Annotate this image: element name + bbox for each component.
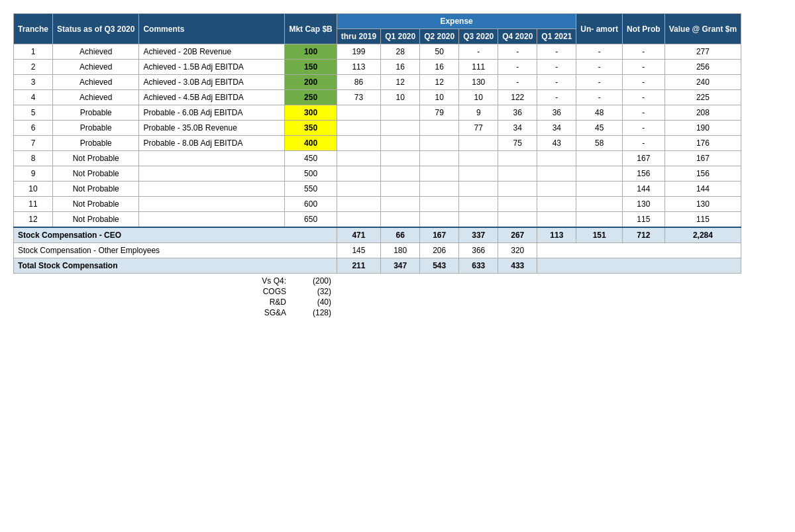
comments-cell [139,197,285,212]
status-cell: Probable [53,121,139,136]
ceo-q4-2020: 267 [498,227,537,243]
q2-2020-cell: 50 [420,44,459,60]
notprob-cell: 130 [623,197,665,212]
q3-2020-header: Q3 2020 [459,29,498,44]
ceo-q1-2021: 113 [537,227,576,243]
q2-2020-cell: 12 [420,75,459,90]
mktcap-cell: 150 [285,60,337,75]
q3-2020-cell [459,166,498,182]
q1-2020-cell [381,105,420,121]
q4-2020-header: Q4 2020 [498,29,537,44]
expense-header-row: Tranche Status as of Q3 2020 Comments Mk… [14,14,741,29]
value-cell: 208 [664,105,741,121]
thru2019-cell: 199 [337,44,380,60]
value-cell: 156 [664,166,741,182]
q3-2020-cell: 111 [459,60,498,75]
tranche-cell: 3 [14,75,53,90]
tranche-cell: 7 [14,136,53,151]
value-cell: 225 [664,90,741,105]
notprob-cell: - [623,44,665,60]
main-table: Tranche Status as of Q3 2020 Comments Mk… [13,13,741,274]
mktcap-cell: 450 [285,151,337,166]
status-cell: Achieved [53,44,139,60]
ceo-value: 2,284 [664,227,741,243]
mktcap-cell: 650 [285,212,337,228]
q2-2020-cell: 10 [420,90,459,105]
other-label: Stock Compensation - Other Employees [14,243,337,258]
comments-cell [139,182,285,197]
table-row: 11Not Probable600130130 [14,197,741,212]
q4-2020-cell [498,212,537,228]
q1-2021-cell: - [537,90,576,105]
value-cell: 144 [664,182,741,197]
tranche-cell: 10 [14,182,53,197]
thru2019-cell [337,182,380,197]
q1-2021-cell [537,151,576,166]
table-row: 3AchievedAchieved - 3.0B Adj EBITDA20086… [14,75,741,90]
table-row: 2AchievedAchieved - 1.5B Adj EBITDA15011… [14,60,741,75]
q1-2020-cell [381,182,420,197]
q1-2021-cell [537,212,576,228]
value-header: Value @ Grant $m [664,14,741,44]
table-row: 1AchievedAchieved - 20B Revenue100199285… [14,44,741,60]
unamort-cell [576,166,623,182]
q1-2021-cell: 43 [537,136,576,151]
unamort-cell [576,182,623,197]
rd-value: (40) [292,297,331,307]
value-cell: 256 [664,60,741,75]
other-q1-2020: 180 [381,243,420,258]
data-rows: 1AchievedAchieved - 20B Revenue100199285… [14,44,741,228]
notprob-cell: - [623,121,665,136]
thru2019-cell [337,105,380,121]
thru2019-cell: 86 [337,75,380,90]
mktcap-cell: 550 [285,182,337,197]
mktcap-cell: 300 [285,105,337,121]
other-q2-2020: 206 [420,243,459,258]
summary-rows: Stock Compensation - CEO 471 66 167 337 … [14,227,741,274]
q1-2021-cell: - [537,60,576,75]
rd-label: R&D [238,297,292,307]
sga-value: (128) [292,308,331,317]
status-cell: Not Probable [53,166,139,182]
thru2019-cell [337,166,380,182]
comments-cell [139,166,285,182]
total-q2-2020: 543 [420,258,459,274]
q2-2020-cell [420,212,459,228]
table-row: 6ProbableProbable - 35.0B Revenue3507734… [14,121,741,136]
thru2019-cell [337,212,380,228]
tranche-cell: 4 [14,90,53,105]
comments-cell: Achieved - 1.5B Adj EBITDA [139,60,285,75]
total-summary-row: Total Stock Compensation 211 347 543 633… [14,258,741,274]
q4-2020-cell: 122 [498,90,537,105]
tranche-cell: 11 [14,197,53,212]
q1-2020-cell: 12 [381,75,420,90]
q2-2020-cell [420,166,459,182]
total-thru2019: 211 [337,258,380,274]
thru2019-cell: 113 [337,60,380,75]
q4-2020-cell [498,151,537,166]
ceo-q3-2020: 337 [459,227,498,243]
value-cell: 115 [664,212,741,228]
comments-cell: Probable - 8.0B Adj EBITDA [139,136,285,151]
other-q4-2020: 320 [498,243,537,258]
vs-q4-row: Vs Q4: (200) [238,276,741,286]
mktcap-cell: 500 [285,166,337,182]
notprob-cell: - [623,75,665,90]
tranche-cell: 8 [14,151,53,166]
unamort-cell: 48 [576,105,623,121]
total-q3-2020: 633 [459,258,498,274]
q1-2021-cell: 34 [537,121,576,136]
status-cell: Not Probable [53,212,139,228]
value-cell: 176 [664,136,741,151]
notes-section: Vs Q4: (200) COGS (32) R&D (40) SG&A (12… [13,276,741,317]
unamort-cell [576,151,623,166]
mktcap-cell: 200 [285,75,337,90]
q4-2020-cell: - [498,60,537,75]
status-cell: Probable [53,105,139,121]
comments-cell: Achieved - 3.0B Adj EBITDA [139,75,285,90]
q1-2020-cell [381,121,420,136]
ceo-notprob: 712 [623,227,665,243]
table-row: 4AchievedAchieved - 4.5B Adj EBITDA25073… [14,90,741,105]
status-cell: Not Probable [53,151,139,166]
q4-2020-cell: - [498,75,537,90]
